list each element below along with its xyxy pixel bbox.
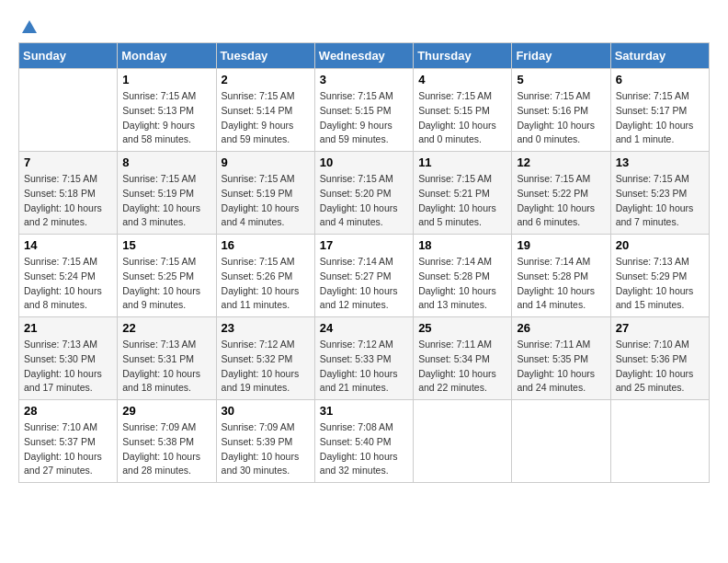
calendar-cell: 5Sunrise: 7:15 AM Sunset: 5:16 PM Daylig… xyxy=(512,69,610,152)
calendar-cell: 12Sunrise: 7:15 AM Sunset: 5:22 PM Dayli… xyxy=(512,152,610,235)
calendar-cell: 30Sunrise: 7:09 AM Sunset: 5:39 PM Dayli… xyxy=(216,400,314,483)
calendar-cell: 8Sunrise: 7:15 AM Sunset: 5:19 PM Daylig… xyxy=(118,152,216,235)
calendar-cell: 18Sunrise: 7:14 AM Sunset: 5:28 PM Dayli… xyxy=(414,235,512,317)
calendar-cell: 10Sunrise: 7:15 AM Sunset: 5:20 PM Dayli… xyxy=(314,152,413,235)
calendar-cell: 6Sunrise: 7:15 AM Sunset: 5:17 PM Daylig… xyxy=(610,69,709,152)
logo-icon xyxy=(20,18,39,37)
day-info: Sunrise: 7:09 AM Sunset: 5:38 PM Dayligh… xyxy=(122,420,210,478)
day-number: 24 xyxy=(320,321,408,335)
day-info: Sunrise: 7:13 AM Sunset: 5:31 PM Dayligh… xyxy=(122,338,210,396)
day-info: Sunrise: 7:15 AM Sunset: 5:18 PM Dayligh… xyxy=(24,172,112,230)
calendar-table: SundayMondayTuesdayWednesdayThursdayFrid… xyxy=(18,42,710,483)
day-info: Sunrise: 7:13 AM Sunset: 5:29 PM Dayligh… xyxy=(616,255,704,313)
day-info: Sunrise: 7:08 AM Sunset: 5:40 PM Dayligh… xyxy=(320,420,408,478)
day-info: Sunrise: 7:15 AM Sunset: 5:19 PM Dayligh… xyxy=(222,172,310,230)
calendar-cell: 27Sunrise: 7:10 AM Sunset: 5:36 PM Dayli… xyxy=(610,317,709,400)
calendar-cell: 29Sunrise: 7:09 AM Sunset: 5:38 PM Dayli… xyxy=(118,400,216,483)
calendar-cell: 14Sunrise: 7:15 AM Sunset: 5:24 PM Dayli… xyxy=(19,235,118,317)
calendar-cell: 20Sunrise: 7:13 AM Sunset: 5:29 PM Dayli… xyxy=(610,235,709,317)
day-number: 22 xyxy=(122,321,210,335)
calendar-cell: 16Sunrise: 7:15 AM Sunset: 5:26 PM Dayli… xyxy=(216,235,314,317)
calendar-cell: 13Sunrise: 7:15 AM Sunset: 5:23 PM Dayli… xyxy=(610,152,709,235)
day-info: Sunrise: 7:15 AM Sunset: 5:15 PM Dayligh… xyxy=(418,89,506,147)
column-header-sunday: Sunday xyxy=(19,43,118,69)
day-info: Sunrise: 7:14 AM Sunset: 5:28 PM Dayligh… xyxy=(517,255,605,313)
day-number: 5 xyxy=(517,73,605,86)
column-header-monday: Monday xyxy=(118,43,216,69)
day-number: 21 xyxy=(24,321,112,335)
day-info: Sunrise: 7:15 AM Sunset: 5:20 PM Dayligh… xyxy=(320,172,408,230)
day-number: 17 xyxy=(320,238,408,252)
day-info: Sunrise: 7:15 AM Sunset: 5:21 PM Dayligh… xyxy=(418,172,506,230)
calendar-cell: 2Sunrise: 7:15 AM Sunset: 5:14 PM Daylig… xyxy=(216,69,314,152)
day-number: 15 xyxy=(122,238,210,252)
day-number: 4 xyxy=(418,73,506,86)
day-number: 7 xyxy=(24,155,112,169)
calendar-cell: 22Sunrise: 7:13 AM Sunset: 5:31 PM Dayli… xyxy=(118,317,216,400)
day-number: 29 xyxy=(122,404,210,418)
calendar-cell: 4Sunrise: 7:15 AM Sunset: 5:15 PM Daylig… xyxy=(414,69,512,152)
day-info: Sunrise: 7:15 AM Sunset: 5:13 PM Dayligh… xyxy=(122,89,210,147)
day-number: 12 xyxy=(517,155,605,169)
day-number: 6 xyxy=(616,73,704,86)
calendar-cell xyxy=(19,69,118,152)
day-info: Sunrise: 7:09 AM Sunset: 5:39 PM Dayligh… xyxy=(222,420,310,478)
day-number: 25 xyxy=(418,321,506,335)
day-info: Sunrise: 7:15 AM Sunset: 5:17 PM Dayligh… xyxy=(616,89,704,147)
calendar-cell: 31Sunrise: 7:08 AM Sunset: 5:40 PM Dayli… xyxy=(314,400,413,483)
day-info: Sunrise: 7:10 AM Sunset: 5:37 PM Dayligh… xyxy=(24,420,112,478)
column-header-thursday: Thursday xyxy=(414,43,512,69)
calendar-header-row: SundayMondayTuesdayWednesdayThursdayFrid… xyxy=(19,43,710,69)
day-number: 28 xyxy=(24,404,112,418)
day-number: 8 xyxy=(122,155,210,169)
day-number: 16 xyxy=(222,238,310,252)
column-header-wednesday: Wednesday xyxy=(314,43,413,69)
day-number: 10 xyxy=(320,155,408,169)
day-info: Sunrise: 7:15 AM Sunset: 5:22 PM Dayligh… xyxy=(517,172,605,230)
calendar-cell: 23Sunrise: 7:12 AM Sunset: 5:32 PM Dayli… xyxy=(216,317,314,400)
day-number: 13 xyxy=(616,155,704,169)
svg-marker-0 xyxy=(22,20,37,33)
calendar-cell: 11Sunrise: 7:15 AM Sunset: 5:21 PM Dayli… xyxy=(414,152,512,235)
day-info: Sunrise: 7:15 AM Sunset: 5:16 PM Dayligh… xyxy=(517,89,605,147)
day-number: 9 xyxy=(222,155,310,169)
calendar-cell: 24Sunrise: 7:12 AM Sunset: 5:33 PM Dayli… xyxy=(314,317,413,400)
calendar-week-row: 7Sunrise: 7:15 AM Sunset: 5:18 PM Daylig… xyxy=(19,152,710,235)
day-number: 23 xyxy=(222,321,310,335)
day-number: 14 xyxy=(24,238,112,252)
day-info: Sunrise: 7:15 AM Sunset: 5:23 PM Dayligh… xyxy=(616,172,704,230)
day-info: Sunrise: 7:12 AM Sunset: 5:32 PM Dayligh… xyxy=(222,338,310,396)
calendar-week-row: 14Sunrise: 7:15 AM Sunset: 5:24 PM Dayli… xyxy=(19,235,710,317)
day-number: 27 xyxy=(616,321,704,335)
calendar-cell xyxy=(610,400,709,483)
header xyxy=(18,18,710,33)
logo xyxy=(18,18,39,33)
calendar-week-row: 21Sunrise: 7:13 AM Sunset: 5:30 PM Dayli… xyxy=(19,317,710,400)
calendar-cell: 9Sunrise: 7:15 AM Sunset: 5:19 PM Daylig… xyxy=(216,152,314,235)
day-info: Sunrise: 7:14 AM Sunset: 5:28 PM Dayligh… xyxy=(418,255,506,313)
day-number: 1 xyxy=(122,73,210,86)
calendar-cell xyxy=(512,400,610,483)
day-number: 2 xyxy=(222,73,310,86)
calendar-cell: 25Sunrise: 7:11 AM Sunset: 5:34 PM Dayli… xyxy=(414,317,512,400)
day-info: Sunrise: 7:15 AM Sunset: 5:24 PM Dayligh… xyxy=(24,255,112,313)
day-info: Sunrise: 7:12 AM Sunset: 5:33 PM Dayligh… xyxy=(320,338,408,396)
calendar-cell: 7Sunrise: 7:15 AM Sunset: 5:18 PM Daylig… xyxy=(19,152,118,235)
day-info: Sunrise: 7:15 AM Sunset: 5:15 PM Dayligh… xyxy=(320,89,408,147)
calendar-cell: 17Sunrise: 7:14 AM Sunset: 5:27 PM Dayli… xyxy=(314,235,413,317)
calendar-cell: 28Sunrise: 7:10 AM Sunset: 5:37 PM Dayli… xyxy=(19,400,118,483)
day-info: Sunrise: 7:11 AM Sunset: 5:35 PM Dayligh… xyxy=(517,338,605,396)
day-info: Sunrise: 7:15 AM Sunset: 5:25 PM Dayligh… xyxy=(122,255,210,313)
day-info: Sunrise: 7:10 AM Sunset: 5:36 PM Dayligh… xyxy=(616,338,704,396)
calendar-cell: 3Sunrise: 7:15 AM Sunset: 5:15 PM Daylig… xyxy=(314,69,413,152)
day-info: Sunrise: 7:11 AM Sunset: 5:34 PM Dayligh… xyxy=(418,338,506,396)
day-number: 18 xyxy=(418,238,506,252)
calendar-week-row: 28Sunrise: 7:10 AM Sunset: 5:37 PM Dayli… xyxy=(19,400,710,483)
day-info: Sunrise: 7:15 AM Sunset: 5:19 PM Dayligh… xyxy=(122,172,210,230)
calendar-cell: 21Sunrise: 7:13 AM Sunset: 5:30 PM Dayli… xyxy=(19,317,118,400)
day-info: Sunrise: 7:15 AM Sunset: 5:14 PM Dayligh… xyxy=(222,89,310,147)
column-header-saturday: Saturday xyxy=(610,43,709,69)
calendar-week-row: 1Sunrise: 7:15 AM Sunset: 5:13 PM Daylig… xyxy=(19,69,710,152)
day-info: Sunrise: 7:15 AM Sunset: 5:26 PM Dayligh… xyxy=(222,255,310,313)
day-number: 11 xyxy=(418,155,506,169)
